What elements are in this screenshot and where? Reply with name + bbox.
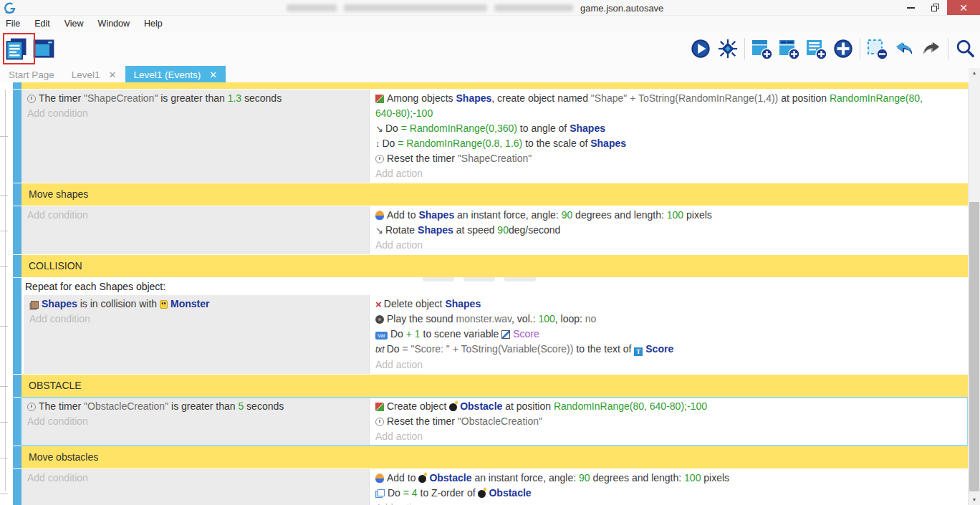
force-icon (375, 473, 384, 483)
monster-object-icon (160, 300, 168, 309)
scene-editor-button[interactable] (30, 34, 57, 63)
add-circle-icon (832, 38, 854, 59)
action-line[interactable]: Do = 4 to Z-order of Obstacle (375, 486, 928, 501)
text-segment: to scene variable (421, 328, 502, 340)
add-condition-button[interactable]: Add condition (27, 208, 363, 223)
redacted-title-segment (287, 4, 337, 11)
action-line[interactable]: Rotate Shapes at speed 90deg/second (375, 223, 928, 238)
timer-icon (27, 95, 36, 103)
action-line[interactable]: Do + 1 to scene variable Score (375, 327, 928, 342)
object-reference: Obstacle (429, 472, 471, 484)
create-object-icon (375, 403, 384, 411)
add-condition-button[interactable]: Add condition (27, 106, 363, 121)
condition-line[interactable]: The timer "ShapeCreation" is greater tha… (27, 91, 363, 106)
add-action-button[interactable]: Add action (375, 357, 928, 372)
redo-button[interactable] (918, 34, 945, 63)
event-drag-bar[interactable] (13, 469, 21, 505)
add-event-button[interactable] (748, 34, 775, 63)
tab-level1[interactable]: Level1✕ (63, 66, 125, 84)
minimize-button[interactable] (898, 0, 923, 15)
event-drag-bar[interactable] (13, 375, 21, 397)
tree-gutter (0, 206, 13, 254)
tab-close-icon[interactable]: ✕ (209, 69, 217, 80)
event-drag-bar[interactable] (13, 446, 21, 468)
object-reference: Shapes (42, 298, 77, 309)
event-content: Add conditionAdd to Obstacle an instant … (21, 469, 968, 505)
angle-icon (375, 121, 383, 136)
text-segment: Do (390, 328, 406, 340)
action-line[interactable]: Reset the timer "ShapeCreation" (375, 151, 928, 166)
event-drag-bar[interactable] (13, 90, 21, 183)
text-segment: Add to (387, 209, 418, 221)
play-button[interactable] (687, 34, 714, 63)
add-condition-button[interactable]: Add condition (29, 312, 363, 327)
action-line[interactable]: Do = RandomInRange(0.8, 1.6) to the scal… (375, 136, 928, 151)
add-comment-button[interactable] (802, 34, 830, 63)
restore-button[interactable] (923, 0, 947, 15)
events-sheet-button[interactable] (3, 34, 30, 63)
group-header-partial[interactable] (21, 82, 968, 89)
scroll-down-icon[interactable]: ▼ (969, 495, 980, 505)
tab-close-icon[interactable]: ✕ (109, 69, 117, 80)
add-action-button[interactable]: Add action (375, 166, 928, 181)
event-drag-bar[interactable] (13, 278, 21, 374)
action-line[interactable]: Among objects Shapes, create object name… (375, 91, 928, 121)
text-segment: pixels (701, 472, 729, 484)
menu-view[interactable]: View (57, 16, 91, 32)
action-line[interactable]: Create object Obstacle at position Rando… (375, 399, 928, 414)
close-button[interactable]: ✕ (947, 0, 980, 15)
action-line[interactable]: Play the sound monster.wav, vol.: 100, l… (375, 312, 928, 327)
search-button[interactable] (951, 34, 979, 63)
condition-line[interactable]: The timer "ObstacleCreation" is greater … (27, 399, 363, 414)
menu-edit[interactable]: Edit (27, 16, 57, 32)
action-line[interactable]: Reset the timer "ObstacleCreation" (375, 414, 928, 429)
action-line[interactable]: Add to Obstacle an instant force, angle:… (375, 471, 928, 486)
event-drag-bar[interactable] (13, 183, 21, 206)
add-subevent-button[interactable] (775, 34, 802, 63)
tab-bar: Start PageLevel1✕Level1 (Events)✕ (0, 66, 980, 84)
menu-help[interactable]: Help (137, 16, 170, 32)
tab-start-page[interactable]: Start Page (0, 66, 63, 84)
scrollbar-thumb[interactable] (969, 202, 979, 491)
add-condition-button[interactable]: Add condition (27, 471, 363, 486)
condition-line[interactable]: Shapes is in collision with Monster (29, 297, 363, 312)
text-segment: pixels (683, 209, 712, 221)
scroll-up-icon[interactable]: ▲ (969, 68, 980, 78)
vertical-scrollbar[interactable]: ▲ ▼ (969, 68, 980, 505)
event-drag-bar[interactable] (13, 255, 21, 277)
action-line[interactable]: Do = "Score: " + ToString(Variable(Score… (375, 342, 928, 357)
add-action-button[interactable]: Add action (375, 238, 928, 253)
add-action-button[interactable]: Add action (375, 429, 928, 444)
action-line[interactable]: Add to Shapes an instant force, angle: 9… (375, 208, 928, 223)
tab-label: Level1 (Events) (134, 69, 201, 80)
actions-cell: Create object Obstacle at position Rando… (369, 398, 968, 446)
object-reference: Shapes (570, 122, 605, 134)
event-drag-bar[interactable] (13, 398, 21, 446)
group-header[interactable]: Move obstacles (21, 446, 968, 468)
actions-cell: Add to Obstacle an instant force, angle:… (369, 469, 968, 505)
group-header[interactable]: Move shapes (21, 183, 968, 206)
text-segment: seconds (241, 92, 282, 104)
action-line[interactable]: Delete object Shapes (375, 297, 928, 312)
undo-button[interactable] (890, 34, 918, 63)
group-header[interactable]: OBSTACLE (21, 375, 968, 397)
add-condition-button[interactable]: Add condition (27, 414, 363, 429)
close-icon: ✕ (959, 2, 968, 14)
text-segment: no (585, 313, 597, 324)
debug-button[interactable] (714, 34, 741, 63)
tab-level1-events-[interactable]: Level1 (Events)✕ (125, 66, 226, 84)
action-line[interactable]: Do = RandomInRange(0,360) to angle of Sh… (375, 121, 928, 136)
menu-window[interactable]: Window (91, 16, 137, 32)
event-drag-bar[interactable] (13, 82, 21, 89)
text-segment: monster.wav (456, 313, 512, 324)
tree-gutter (0, 255, 13, 277)
add-circle-button[interactable] (830, 34, 857, 63)
tree-gutter (0, 446, 13, 468)
event-drag-bar[interactable] (13, 206, 21, 254)
menu-file[interactable]: File (0, 16, 27, 32)
event: The timer "ShapeCreation" is greater tha… (21, 90, 968, 183)
delete-event-button[interactable] (863, 34, 890, 63)
events-sheet: The timer "ShapeCreation" is greater tha… (0, 82, 969, 505)
add-action-button[interactable]: Add action (375, 501, 928, 505)
group-header[interactable]: COLLISION (21, 255, 968, 277)
